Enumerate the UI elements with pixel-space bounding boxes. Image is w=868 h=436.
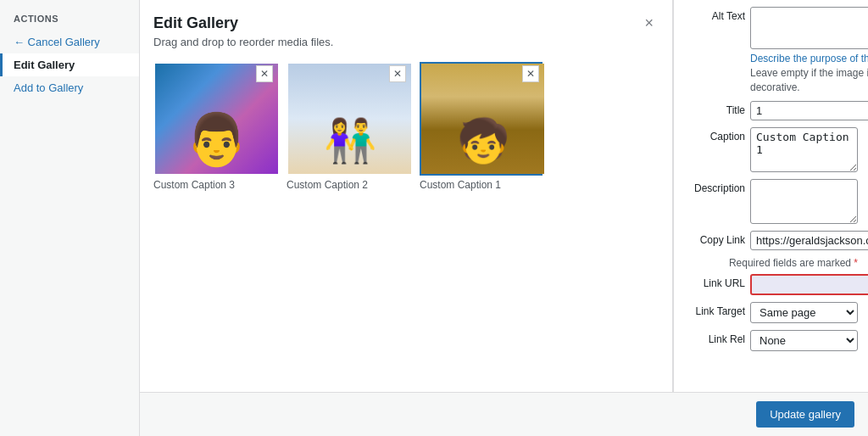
link-url-input[interactable] — [750, 274, 868, 295]
copy-link-input[interactable] — [750, 231, 868, 250]
drag-hint: Drag and drop to reorder media files. — [153, 36, 659, 48]
required-note: Required fields are marked * — [684, 257, 858, 269]
alt-text-label: Alt Text — [684, 7, 745, 22]
gallery-caption-3: Custom Caption 1 — [420, 179, 542, 191]
description-input[interactable] — [750, 179, 858, 224]
alt-text-description: Describe the purpose of the image. Leave… — [750, 52, 868, 94]
link-target-row: Link Target Same page New page None — [684, 302, 858, 323]
footer: Update gallery — [140, 392, 868, 436]
caption-label: Caption — [684, 127, 745, 143]
gallery-item-3[interactable]: ✕ Custom Caption 1 — [420, 62, 542, 191]
link-url-label: Link URL — [684, 274, 745, 289]
alt-text-area: Describe the purpose of the image. Leave… — [750, 7, 868, 94]
remove-item-2-button[interactable]: ✕ — [389, 65, 406, 82]
description-row: Description — [684, 179, 858, 224]
gallery-grid: ✕ Custom Caption 3 ✕ Custom Caption 2 — [153, 62, 659, 191]
alt-text-input[interactable] — [750, 7, 868, 49]
link-target-label: Link Target — [684, 302, 745, 317]
add-to-gallery-link[interactable]: Add to Gallery — [0, 76, 139, 99]
link-target-select[interactable]: Same page New page None — [750, 302, 858, 323]
copy-link-row: Copy Link — [684, 231, 858, 250]
title-row: Title — [684, 101, 858, 120]
dialog-title: Edit Gallery — [153, 14, 238, 32]
update-gallery-button[interactable]: Update gallery — [756, 401, 854, 428]
cancel-gallery-link[interactable]: ← Cancel Gallery — [0, 31, 139, 53]
gallery-item[interactable]: ✕ Custom Caption 3 — [153, 62, 276, 191]
close-button[interactable]: × — [639, 14, 659, 32]
title-input[interactable] — [750, 101, 868, 120]
alt-text-link[interactable]: Describe the purpose of the image. — [750, 53, 868, 64]
gallery-item-inner-1: ✕ — [153, 62, 276, 176]
title-label: Title — [684, 101, 745, 116]
sidebar-section-title: Actions — [0, 14, 139, 31]
gallery-item-inner-3: ✕ — [420, 62, 542, 176]
copy-link-label: Copy Link — [684, 231, 745, 246]
sidebar: Actions ← Cancel Gallery Edit Gallery Ad… — [0, 0, 140, 436]
gallery-panel: Edit Gallery × Drag and drop to reorder … — [140, 0, 673, 392]
required-star: * — [854, 257, 858, 269]
gallery-caption-1: Custom Caption 3 — [153, 179, 276, 191]
alt-text-suffix: Leave empty if the image is purely decor… — [750, 67, 868, 93]
gallery-caption-2: Custom Caption 2 — [287, 179, 409, 191]
gallery-item-inner-2: ✕ — [287, 62, 409, 176]
link-rel-select[interactable]: None nofollow noreferrer — [750, 330, 858, 351]
alt-text-row: Alt Text Describe the purpose of the ima… — [684, 7, 858, 94]
link-rel-label: Link Rel — [684, 330, 745, 345]
gallery-item-2[interactable]: ✕ Custom Caption 2 — [287, 62, 409, 191]
link-url-row: Link URL — [684, 274, 858, 295]
main-area: Edit Gallery × Drag and drop to reorder … — [140, 0, 868, 436]
dialog: Edit Gallery × Drag and drop to reorder … — [140, 0, 868, 392]
remove-item-3-button[interactable]: ✕ — [522, 65, 539, 82]
caption-row: Caption Custom Caption 1 — [684, 127, 858, 172]
dialog-header: Edit Gallery × — [153, 14, 659, 32]
remove-item-1-button[interactable]: ✕ — [256, 65, 273, 82]
details-panel: Alt Text Describe the purpose of the ima… — [673, 0, 868, 392]
edit-gallery-link[interactable]: Edit Gallery — [0, 53, 139, 76]
link-rel-row: Link Rel None nofollow noreferrer — [684, 330, 858, 351]
description-label: Description — [684, 179, 745, 194]
caption-input[interactable]: Custom Caption 1 — [750, 127, 858, 172]
